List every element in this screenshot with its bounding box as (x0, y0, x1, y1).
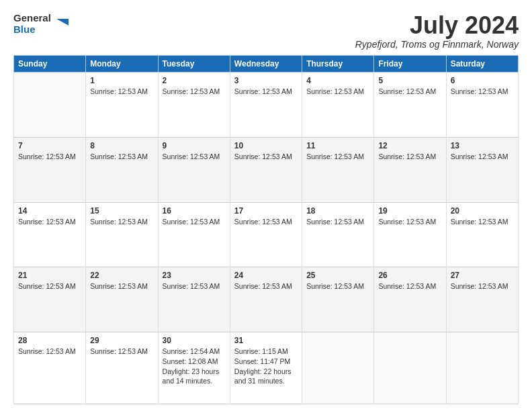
calendar-cell-w5-d3: 30Sunrise: 12:54 AM Sunset: 12:08 AM Day… (158, 332, 230, 404)
day-info: Sunrise: 12:54 AM Sunset: 12:08 AM Dayli… (163, 347, 226, 386)
day-info: Sunrise: 12:53 AM (18, 217, 81, 227)
calendar-cell-w4-d1: 21Sunrise: 12:53 AM (14, 267, 86, 332)
col-saturday: Saturday (446, 55, 518, 72)
calendar-cell-w1-d5: 4Sunrise: 12:53 AM (302, 72, 374, 137)
day-number: 19 (378, 206, 441, 216)
calendar-cell-w5-d7 (446, 332, 518, 404)
day-number: 17 (234, 206, 298, 216)
calendar-header-row: Sunday Monday Tuesday Wednesday Thursday… (14, 55, 519, 72)
day-number: 4 (306, 76, 369, 85)
day-info: Sunrise: 12:53 AM (306, 281, 369, 291)
day-number: 31 (234, 336, 298, 345)
day-info: Sunrise: 12:53 AM (163, 281, 226, 291)
col-sunday: Sunday (14, 55, 86, 72)
calendar-week-3: 14Sunrise: 12:53 AM15Sunrise: 12:53 AM16… (14, 202, 519, 267)
day-info: Sunrise: 12:53 AM (90, 152, 153, 162)
calendar-cell-w5-d6 (374, 332, 446, 404)
logo: General Blue (13, 12, 69, 36)
day-info: Sunrise: 12:53 AM (163, 152, 226, 162)
calendar-week-5: 28Sunrise: 12:53 AM29Sunrise: 12:53 AM30… (14, 332, 519, 404)
day-number: 30 (163, 336, 226, 345)
day-number: 27 (451, 271, 514, 280)
title-block: July 2024 Rypefjord, Troms og Finnmark, … (355, 12, 519, 50)
logo-arrow-icon (54, 16, 69, 31)
day-info: Sunrise: 12:53 AM (234, 152, 298, 162)
calendar-week-4: 21Sunrise: 12:53 AM22Sunrise: 12:53 AM23… (14, 267, 519, 332)
day-number: 24 (234, 271, 298, 280)
day-info: Sunrise: 12:53 AM (234, 281, 298, 291)
day-number: 12 (378, 141, 441, 150)
calendar-cell-w3-d7: 20Sunrise: 12:53 AM (446, 202, 518, 267)
calendar-cell-w4-d3: 23Sunrise: 12:53 AM (158, 267, 230, 332)
day-number: 22 (90, 271, 153, 280)
day-number: 3 (234, 76, 298, 85)
calendar-cell-w1-d1 (14, 72, 86, 137)
day-info: Sunrise: 12:53 AM (451, 152, 514, 162)
day-info: Sunrise: 12:53 AM (451, 87, 514, 97)
day-info: Sunrise: 12:53 AM (90, 347, 153, 357)
day-info: Sunrise: 12:53 AM (90, 281, 153, 291)
calendar-week-1: 1Sunrise: 12:53 AM2Sunrise: 12:53 AM3Sun… (14, 72, 519, 137)
day-info: Sunrise: 12:53 AM (306, 152, 369, 162)
calendar-cell-w2-d7: 13Sunrise: 12:53 AM (446, 137, 518, 202)
day-number: 16 (163, 206, 226, 216)
calendar-cell-w3-d4: 17Sunrise: 12:53 AM (230, 202, 302, 267)
calendar-cell-w4-d7: 27Sunrise: 12:53 AM (446, 267, 518, 332)
calendar-cell-w1-d4: 3Sunrise: 12:53 AM (230, 72, 302, 137)
calendar-cell-w2-d3: 9Sunrise: 12:53 AM (158, 137, 230, 202)
day-info: Sunrise: 12:53 AM (306, 87, 369, 97)
title-month: July 2024 (355, 12, 519, 39)
day-number: 25 (306, 271, 369, 280)
calendar-cell-w5-d1: 28Sunrise: 12:53 AM (14, 332, 86, 404)
calendar-cell-w1-d3: 2Sunrise: 12:53 AM (158, 72, 230, 137)
day-info: Sunrise: 12:53 AM (451, 217, 514, 227)
day-info: Sunrise: 12:53 AM (163, 217, 226, 227)
calendar-cell-w4-d5: 25Sunrise: 12:53 AM (302, 267, 374, 332)
title-location: Rypefjord, Troms og Finnmark, Norway (355, 39, 519, 50)
day-info: Sunrise: 12:53 AM (90, 217, 153, 227)
day-info: Sunrise: 12:53 AM (451, 281, 514, 291)
day-info: Sunrise: 12:53 AM (234, 87, 298, 97)
col-monday: Monday (86, 55, 158, 72)
calendar-cell-w3-d3: 16Sunrise: 12:53 AM (158, 202, 230, 267)
calendar-cell-w5-d5 (302, 332, 374, 404)
calendar-cell-w3-d1: 14Sunrise: 12:53 AM (14, 202, 86, 267)
calendar-cell-w2-d6: 12Sunrise: 12:53 AM (374, 137, 446, 202)
calendar-cell-w2-d1: 7Sunrise: 12:53 AM (14, 137, 86, 202)
header: General Blue July 2024 Rypefjord, Troms … (13, 12, 519, 50)
day-info: Sunrise: 12:53 AM (234, 217, 298, 227)
col-tuesday: Tuesday (158, 55, 230, 72)
calendar-cell-w3-d5: 18Sunrise: 12:53 AM (302, 202, 374, 267)
page: General Blue July 2024 Rypefjord, Troms … (0, 0, 532, 411)
day-number: 9 (163, 141, 226, 150)
day-info: Sunrise: 12:53 AM (90, 87, 153, 97)
day-number: 21 (18, 271, 81, 280)
day-number: 7 (18, 141, 81, 150)
calendar-cell-w3-d2: 15Sunrise: 12:53 AM (86, 202, 158, 267)
day-info: Sunrise: 12:53 AM (18, 347, 81, 357)
calendar-cell-w1-d6: 5Sunrise: 12:53 AM (374, 72, 446, 137)
day-number: 14 (18, 206, 81, 216)
day-number: 11 (306, 141, 369, 150)
day-number: 15 (90, 206, 153, 216)
calendar-cell-w1-d2: 1Sunrise: 12:53 AM (86, 72, 158, 137)
calendar-week-2: 7Sunrise: 12:53 AM8Sunrise: 12:53 AM9Sun… (14, 137, 519, 202)
day-info: Sunrise: 12:53 AM (378, 281, 441, 291)
svg-marker-0 (56, 19, 69, 26)
day-number: 1 (90, 76, 153, 85)
day-info: Sunrise: 12:53 AM (163, 87, 226, 97)
day-number: 23 (163, 271, 226, 280)
day-info: Sunrise: 1:15 AM Sunset: 11:47 PM Daylig… (234, 347, 298, 386)
calendar-cell-w4-d4: 24Sunrise: 12:53 AM (230, 267, 302, 332)
day-number: 28 (18, 336, 81, 345)
day-info: Sunrise: 12:53 AM (18, 152, 81, 162)
day-info: Sunrise: 12:53 AM (378, 217, 441, 227)
day-number: 8 (90, 141, 153, 150)
col-friday: Friday (374, 55, 446, 72)
day-number: 26 (378, 271, 441, 280)
day-number: 18 (306, 206, 369, 216)
calendar-cell-w2-d5: 11Sunrise: 12:53 AM (302, 137, 374, 202)
logo-blue: Blue (13, 24, 51, 35)
col-thursday: Thursday (302, 55, 374, 72)
day-number: 6 (451, 76, 514, 85)
